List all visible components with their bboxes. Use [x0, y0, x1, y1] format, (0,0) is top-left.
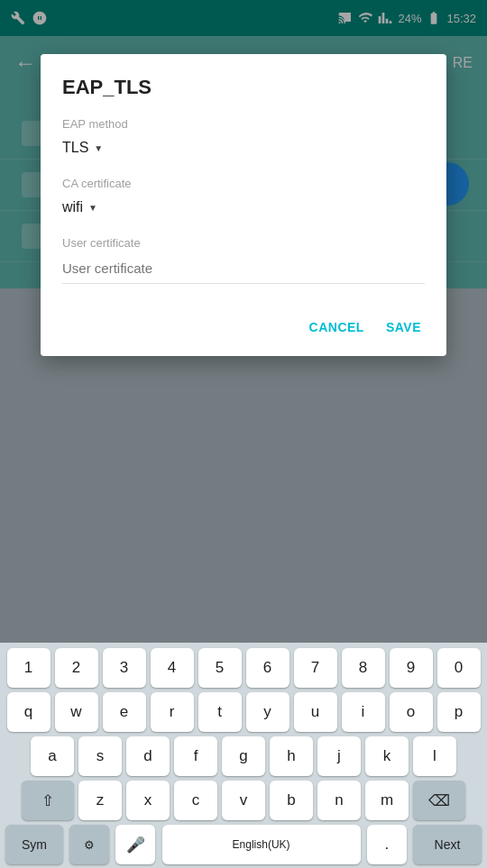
- key-g[interactable]: g: [222, 736, 265, 776]
- key-q[interactable]: q: [7, 692, 51, 732]
- gear-key[interactable]: ⚙: [69, 825, 109, 864]
- ca-cert-dropdown[interactable]: wifi ▼: [62, 194, 425, 222]
- eap-method-arrow: ▼: [94, 143, 103, 153]
- key-a[interactable]: a: [31, 736, 74, 776]
- space-key[interactable]: English(UK): [162, 825, 361, 864]
- ca-cert-arrow: ▼: [88, 203, 97, 213]
- key-r[interactable]: r: [151, 692, 194, 732]
- backspace-key[interactable]: ⌫: [413, 781, 465, 820]
- cancel-button[interactable]: CANCEL: [306, 313, 368, 342]
- keyboard: 1234567890 qwertyuiop asdfghjkl ⇧zxcvbnm…: [0, 643, 487, 868]
- key-row-asdf: asdfghjkl: [4, 736, 483, 776]
- user-cert-label: User certificate: [62, 236, 425, 250]
- key-0[interactable]: 0: [437, 648, 481, 688]
- key-y[interactable]: y: [246, 692, 289, 732]
- key-v[interactable]: v: [222, 781, 265, 820]
- key-4[interactable]: 4: [151, 648, 194, 688]
- dialog-actions: CANCEL SAVE: [62, 306, 425, 342]
- key-j[interactable]: j: [317, 736, 361, 776]
- key-k[interactable]: k: [365, 736, 409, 776]
- key-f[interactable]: f: [174, 736, 217, 776]
- key-h[interactable]: h: [270, 736, 313, 776]
- dialog-title: EAP_TLS: [62, 76, 425, 99]
- ca-cert-label: CA certificate: [62, 177, 425, 190]
- key-row-zxcv: ⇧zxcvbnm⌫: [4, 781, 483, 820]
- key-c[interactable]: c: [174, 781, 217, 820]
- ca-cert-value: wifi: [62, 199, 83, 215]
- key-d[interactable]: d: [126, 736, 170, 776]
- key-o[interactable]: o: [390, 692, 433, 732]
- key-t[interactable]: t: [198, 692, 242, 732]
- next-key[interactable]: Next: [413, 825, 482, 864]
- key-p[interactable]: p: [437, 692, 481, 732]
- key-x[interactable]: x: [126, 781, 170, 820]
- eap-tls-dialog: EAP_TLS EAP method TLS ▼ CA certificate …: [41, 54, 446, 356]
- key-e[interactable]: e: [103, 692, 146, 732]
- key-z[interactable]: z: [78, 781, 122, 820]
- key-row-numbers: 1234567890: [4, 648, 483, 688]
- key-row-bottom: Sym⚙🎤English(UK).Next: [4, 825, 483, 864]
- shift-key[interactable]: ⇧: [22, 781, 74, 820]
- key-w[interactable]: w: [55, 692, 98, 732]
- key-b[interactable]: b: [270, 781, 313, 820]
- user-cert-input[interactable]: [62, 253, 425, 284]
- key-7[interactable]: 7: [294, 648, 337, 688]
- eap-method-value: TLS: [62, 140, 88, 156]
- period-key[interactable]: .: [367, 825, 407, 864]
- key-m[interactable]: m: [365, 781, 409, 820]
- key-l[interactable]: l: [413, 736, 456, 776]
- key-1[interactable]: 1: [7, 648, 51, 688]
- key-u[interactable]: u: [294, 692, 337, 732]
- key-5[interactable]: 5: [198, 648, 242, 688]
- sym-key[interactable]: Sym: [5, 825, 63, 864]
- save-button[interactable]: SAVE: [382, 313, 425, 342]
- mic-key[interactable]: 🎤: [115, 825, 155, 864]
- key-8[interactable]: 8: [342, 648, 385, 688]
- key-n[interactable]: n: [317, 781, 361, 820]
- key-9[interactable]: 9: [390, 648, 433, 688]
- eap-method-dropdown[interactable]: TLS ▼: [62, 134, 425, 162]
- eap-method-label: EAP method: [62, 117, 425, 131]
- key-row-qwerty: qwertyuiop: [4, 692, 483, 732]
- key-3[interactable]: 3: [103, 648, 146, 688]
- key-i[interactable]: i: [342, 692, 385, 732]
- key-6[interactable]: 6: [246, 648, 289, 688]
- key-s[interactable]: s: [78, 736, 122, 776]
- key-2[interactable]: 2: [55, 648, 98, 688]
